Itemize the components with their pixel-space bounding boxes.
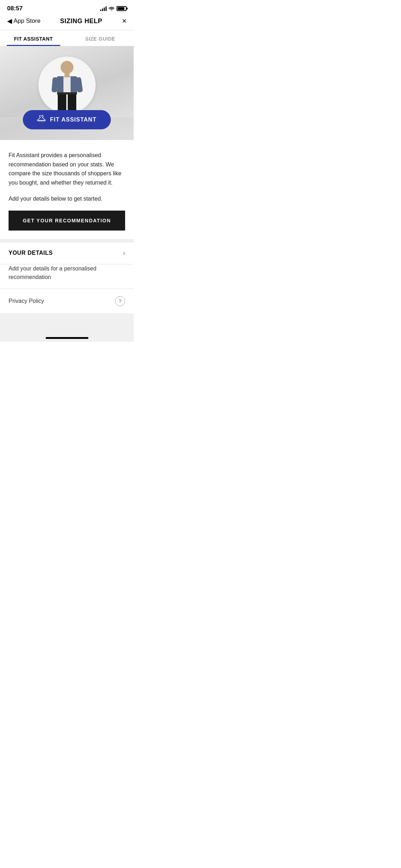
status-time: 08:57 [7, 5, 22, 12]
page-title: SIZING HELP [60, 17, 103, 25]
svg-rect-13 [38, 120, 45, 122]
content-section: Fit Assistant provides a personalised re… [0, 140, 134, 239]
your-details-label: YOUR DETAILS [9, 250, 53, 256]
fit-assistant-button[interactable]: FIT ASSISTANT [23, 110, 110, 129]
hanger-icon [37, 115, 46, 124]
svg-rect-11 [65, 73, 70, 77]
back-arrow-icon: ◀ [7, 17, 12, 25]
tab-fit-assistant[interactable]: FIT ASSISTANT [0, 30, 67, 46]
signal-icon [100, 6, 107, 11]
battery-icon [117, 6, 127, 11]
chevron-right-icon: › [123, 249, 125, 257]
back-label: App Store [14, 17, 41, 25]
privacy-policy-label: Privacy Policy [9, 298, 44, 304]
back-button[interactable]: ◀ App Store [7, 17, 41, 25]
sub-description-text: Add your details below to get started. [9, 194, 125, 203]
get-recommendation-button[interactable]: GET YOUR RECOMMENDATION [9, 211, 125, 231]
home-indicator [46, 337, 88, 339]
tabs-container: FIT ASSISTANT SIZE GUIDE [0, 30, 134, 46]
svg-rect-8 [57, 92, 77, 94]
your-details-row[interactable]: YOUR DETAILS › [0, 242, 134, 264]
avatar [38, 57, 96, 114]
svg-rect-3 [63, 77, 71, 94]
svg-rect-7 [68, 93, 76, 113]
hero-section: FIT ASSISTANT [0, 46, 134, 140]
svg-point-1 [61, 61, 73, 74]
description-text: Fit Assistant provides a personalised re… [9, 151, 125, 187]
details-section: YOUR DETAILS › Add your details for a pe… [0, 242, 134, 289]
details-description: Add your details for a personalised reco… [0, 264, 134, 289]
privacy-policy-row[interactable]: Privacy Policy ? [0, 289, 134, 313]
wifi-icon [109, 6, 114, 11]
footer-area [0, 313, 134, 342]
help-icon: ? [115, 296, 125, 306]
svg-rect-6 [58, 93, 66, 113]
close-button[interactable]: × [122, 16, 127, 26]
section-divider [0, 239, 134, 242]
nav-bar: ◀ App Store SIZING HELP × [0, 15, 134, 30]
status-icons [100, 6, 127, 11]
tab-size-guide[interactable]: SIZE GUIDE [67, 30, 134, 46]
status-bar: 08:57 [0, 0, 134, 15]
fit-assistant-btn-label: FIT ASSISTANT [50, 117, 96, 123]
